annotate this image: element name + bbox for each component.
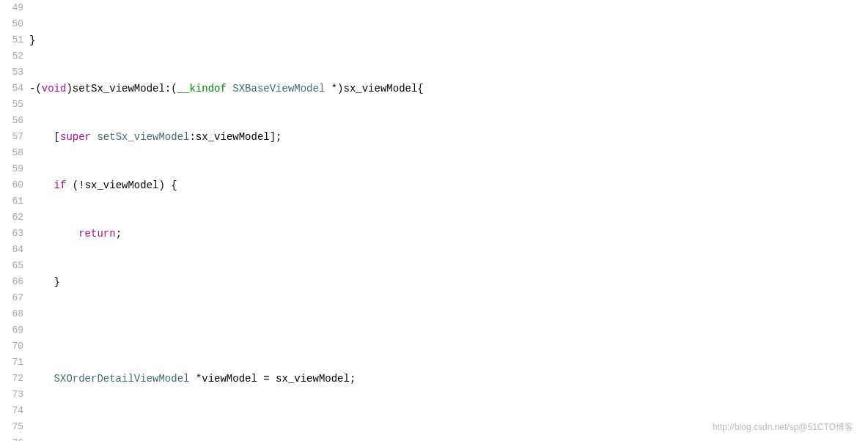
line-number: 68: [0, 306, 23, 322]
line-number: 66: [0, 274, 23, 290]
line-number: 74: [0, 403, 23, 419]
line-number: 67: [0, 290, 23, 306]
code-line: return;: [29, 226, 868, 242]
code-line: }: [29, 274, 868, 290]
line-number: 63: [0, 226, 23, 242]
code-line: [super setSx_viewModel:sx_viewModel];: [29, 129, 868, 145]
line-number: 49: [0, 0, 23, 16]
line-number: 56: [0, 113, 23, 129]
line-number: 70: [0, 338, 23, 355]
code-line: if (!sx_viewModel) {: [29, 177, 868, 193]
line-number: 65: [0, 258, 23, 274]
watermark-text: http://blog.csdn.net/sp@51CTO博客: [713, 421, 853, 434]
line-gutter: 4950515253545556575859606162636465666768…: [0, 0, 29, 441]
line-number: 71: [0, 355, 23, 371]
line-number: 73: [0, 387, 23, 403]
line-number: 50: [0, 16, 23, 32]
line-number: 72: [0, 371, 23, 387]
code-editor: 4950515253545556575859606162636465666768…: [0, 0, 868, 441]
line-number: 69: [0, 322, 23, 338]
code-area[interactable]: } -(void)setSx_viewModel:(__kindof SXBas…: [29, 0, 868, 441]
line-number: 58: [0, 145, 23, 161]
line-number: 57: [0, 129, 23, 145]
line-number: 64: [0, 242, 23, 258]
code-line: [29, 322, 868, 338]
line-number: 59: [0, 161, 23, 177]
line-number: 54: [0, 81, 23, 97]
line-number: 62: [0, 210, 23, 226]
code-line: SXOrderDetailViewModel *viewModel = sx_v…: [29, 371, 868, 387]
line-number: 76: [0, 435, 23, 441]
line-number: 53: [0, 64, 23, 81]
line-number: 61: [0, 193, 23, 210]
line-number: 60: [0, 177, 23, 193]
line-number: 75: [0, 419, 23, 435]
line-number: 51: [0, 32, 23, 48]
line-number: 52: [0, 48, 23, 64]
code-line: }: [29, 32, 868, 48]
line-number: 55: [0, 97, 23, 113]
code-line: -(void)setSx_viewModel:(__kindof SXBaseV…: [29, 81, 868, 97]
